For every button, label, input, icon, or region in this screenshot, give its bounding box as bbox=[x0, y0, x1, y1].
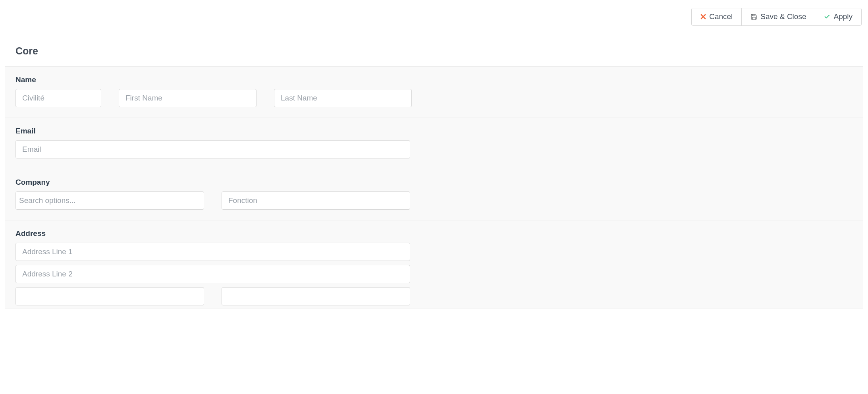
address-city-input[interactable] bbox=[15, 287, 204, 305]
save-close-button[interactable]: Save & Close bbox=[742, 8, 815, 25]
email-label: Email bbox=[15, 127, 853, 135]
apply-label: Apply bbox=[833, 12, 853, 21]
company-search-input[interactable] bbox=[15, 191, 204, 210]
cancel-label: Cancel bbox=[709, 12, 733, 21]
name-section: Name bbox=[5, 67, 863, 118]
core-panel: Core Name Email Company bbox=[5, 34, 863, 309]
company-label: Company bbox=[15, 178, 853, 187]
apply-button[interactable]: Apply bbox=[815, 8, 861, 25]
address-label: Address bbox=[15, 229, 853, 238]
panel-header: Core bbox=[5, 34, 863, 67]
email-section: Email bbox=[5, 118, 863, 169]
action-button-group: Cancel Save & Close Apply bbox=[691, 8, 862, 26]
civilite-input[interactable] bbox=[15, 89, 101, 107]
address-section: Address bbox=[5, 220, 863, 309]
address-state-input[interactable] bbox=[222, 287, 410, 305]
address-line1-input[interactable] bbox=[15, 243, 410, 261]
company-section: Company bbox=[5, 169, 863, 220]
save-close-label: Save & Close bbox=[760, 12, 806, 21]
first-name-input[interactable] bbox=[119, 89, 257, 107]
action-bar: Cancel Save & Close Apply bbox=[0, 0, 868, 34]
address-line2-input[interactable] bbox=[15, 265, 410, 283]
close-icon bbox=[700, 14, 706, 19]
last-name-input[interactable] bbox=[274, 89, 412, 107]
panel-title: Core bbox=[15, 45, 853, 57]
check-icon bbox=[824, 14, 830, 20]
fonction-input[interactable] bbox=[222, 191, 410, 210]
save-icon bbox=[750, 14, 757, 20]
cancel-button[interactable]: Cancel bbox=[692, 8, 742, 25]
name-label: Name bbox=[15, 75, 853, 84]
email-input[interactable] bbox=[15, 140, 410, 158]
